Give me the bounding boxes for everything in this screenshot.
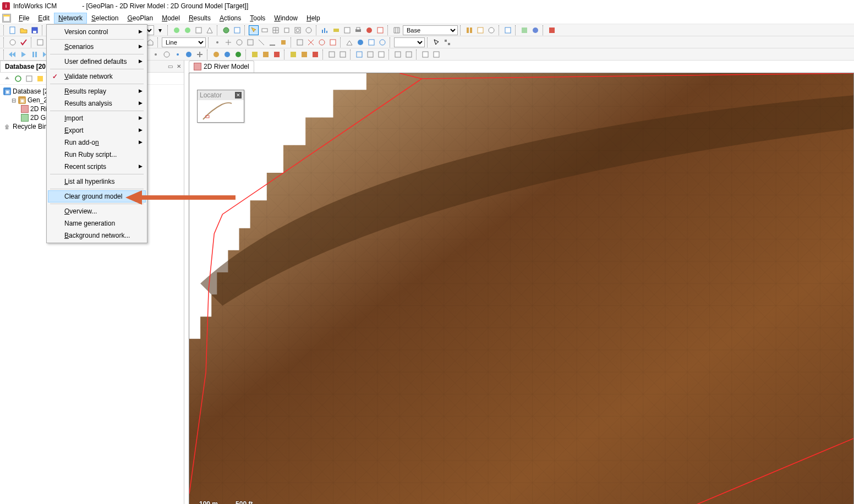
dd-clear-ground-model[interactable]: Clear ground model: [48, 190, 146, 202]
tb2-cc[interactable]: [442, 37, 452, 47]
tb-btn-w[interactable]: [486, 25, 496, 35]
tb-chart-icon[interactable]: [320, 25, 330, 35]
tb3-p[interactable]: [211, 50, 221, 59]
dd-overview[interactable]: Overview...: [48, 205, 146, 217]
dd-validate-network[interactable]: ✓Validate network: [48, 70, 146, 83]
tb3-l[interactable]: [162, 50, 172, 59]
tb3-m[interactable]: [173, 50, 183, 59]
menu-model[interactable]: Model: [157, 13, 184, 24]
dd-export[interactable]: Export▶: [48, 124, 146, 136]
tb-btn-s[interactable]: [392, 25, 402, 35]
tb-globe-icon[interactable]: [221, 25, 231, 35]
database-tab[interactable]: Database [20: [0, 61, 51, 72]
tb-zoom-fit-icon[interactable]: [293, 25, 303, 35]
tb-btn-b[interactable]: [183, 25, 193, 35]
tb2-x[interactable]: [344, 37, 354, 47]
tb-btn-h[interactable]: [260, 25, 270, 35]
tb3-gg[interactable]: [431, 50, 441, 59]
tb2-z[interactable]: [366, 37, 376, 47]
tb-save-icon[interactable]: [30, 25, 40, 35]
menu-window[interactable]: Window: [270, 13, 302, 24]
locator-window[interactable]: Locator✕: [197, 90, 244, 123]
tb2-combo2[interactable]: [394, 37, 425, 47]
tb2-p[interactable]: [245, 37, 255, 47]
tb3-x[interactable]: [310, 50, 320, 59]
tb-btn-j[interactable]: [282, 25, 292, 35]
panel-dock-icon[interactable]: ▭: [166, 63, 174, 70]
tb2-u[interactable]: [306, 37, 316, 47]
tb-btn-a[interactable]: [172, 25, 182, 35]
tb2-y[interactable]: [355, 37, 365, 47]
tb-btn-aa[interactable]: [547, 25, 557, 35]
tb3-o[interactable]: [195, 50, 205, 59]
menu-network[interactable]: Network: [54, 13, 87, 24]
tb2-w[interactable]: [328, 37, 338, 47]
tb-select-icon[interactable]: [249, 25, 259, 35]
tb3-dd[interactable]: [393, 50, 403, 59]
tb2-s[interactable]: [278, 37, 288, 47]
dd-run-addon[interactable]: Run add-on▶: [48, 136, 146, 149]
tb2-n[interactable]: [223, 37, 233, 47]
db-btn-d[interactable]: [35, 74, 45, 84]
tb3-ff[interactable]: [420, 50, 430, 59]
menu-geoplan[interactable]: GeoPlan: [123, 13, 157, 24]
tb2-r[interactable]: [267, 37, 277, 47]
tb-btn-v[interactable]: [475, 25, 485, 35]
tb-grid-icon[interactable]: [271, 25, 281, 35]
tb-btn-l[interactable]: [304, 25, 314, 35]
tb-print-icon[interactable]: [353, 25, 363, 35]
tb2-m[interactable]: [212, 37, 222, 47]
dd-recent-scripts[interactable]: Recent scripts▶: [48, 161, 146, 173]
tb3-u[interactable]: [272, 50, 282, 59]
tb3-k[interactable]: [151, 50, 161, 59]
tb2-v[interactable]: [317, 37, 327, 47]
tb-btn-y[interactable]: [519, 25, 529, 35]
locator-minimap[interactable]: [198, 100, 244, 122]
tb3-r[interactable]: [233, 50, 243, 59]
geoplan-tab[interactable]: 2D River Model: [189, 61, 254, 73]
tb2-bb[interactable]: [431, 37, 441, 47]
menu-actions[interactable]: Actions: [215, 13, 245, 24]
menu-selection[interactable]: Selection: [87, 13, 123, 24]
dd-import[interactable]: Import▶: [48, 112, 146, 124]
tb-btn-r[interactable]: [375, 25, 385, 35]
dd-list-hyperlinks[interactable]: List all hyperlinks: [48, 176, 146, 188]
dd-results-analysis[interactable]: Results analysis▶: [48, 97, 146, 109]
window-icon[interactable]: [2, 14, 11, 23]
tb-btn-c[interactable]: [194, 25, 204, 35]
menu-tools[interactable]: Tools: [245, 13, 270, 24]
tb2-c[interactable]: [35, 37, 45, 47]
dd-results-replay[interactable]: Results replay▶: [48, 85, 146, 97]
tb-btn-x[interactable]: [503, 25, 513, 35]
dd-background-network[interactable]: Background network...: [48, 229, 146, 242]
dd-run-ruby[interactable]: Run Ruby script...: [48, 149, 146, 161]
tb3-t[interactable]: [261, 50, 271, 59]
locator-close-icon[interactable]: ✕: [235, 92, 242, 98]
db-up-icon[interactable]: [2, 74, 12, 84]
tb3-v[interactable]: [288, 50, 298, 59]
tb3-z[interactable]: [338, 50, 348, 59]
tb3-pause-icon[interactable]: [30, 50, 40, 59]
dd-version-control[interactable]: Version control▶: [48, 26, 146, 38]
menu-results[interactable]: Results: [184, 13, 215, 24]
tb-as-dd-icon[interactable]: ▾: [155, 25, 165, 35]
tb3-cc[interactable]: [376, 50, 386, 59]
tb3-ee[interactable]: [404, 50, 414, 59]
menu-file[interactable]: File: [14, 13, 34, 24]
tb-btn-o[interactable]: [342, 25, 352, 35]
menu-help[interactable]: Help: [302, 13, 325, 24]
db-btn-c[interactable]: [24, 74, 34, 84]
tb3-s[interactable]: [250, 50, 260, 59]
tb3-y[interactable]: [327, 50, 337, 59]
tb3-bb[interactable]: [365, 50, 375, 59]
tb2-a[interactable]: [8, 37, 18, 47]
menu-edit[interactable]: Edit: [34, 13, 54, 24]
tb-btn-q[interactable]: [364, 25, 374, 35]
tb3-n[interactable]: [184, 50, 194, 59]
tb2-aa[interactable]: [377, 37, 387, 47]
dd-name-generation[interactable]: Name generation: [48, 217, 146, 229]
tb-new-icon[interactable]: [8, 25, 18, 35]
tb-btn-u[interactable]: [464, 25, 474, 35]
dd-scenarios[interactable]: Scenarios▶: [48, 41, 146, 53]
panel-close-icon[interactable]: ✕: [175, 63, 183, 70]
